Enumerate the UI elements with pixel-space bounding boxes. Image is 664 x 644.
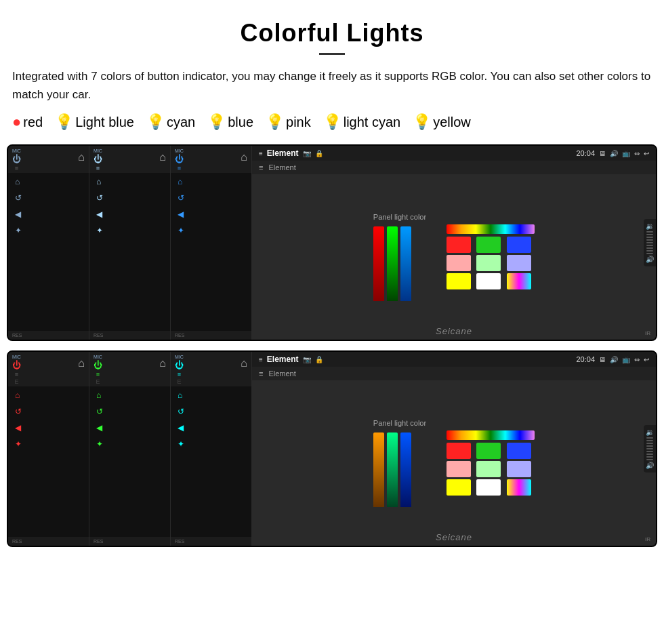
- swatch-multi-2: [507, 479, 531, 496]
- color-item-blue: 💡 blue: [207, 113, 253, 131]
- panel2-green-icons: ⌂ ↺ ◀ ✦: [89, 386, 170, 537]
- icon-house-2: ⌂: [96, 177, 101, 186]
- menu-icon-4: ≡: [15, 371, 18, 378]
- vol-tick-2: [646, 440, 653, 441]
- unit-row-1: MIC ⏻ ≡ ⌂ ⌂ ↺ ◀ ✦: [7, 144, 657, 341]
- panel-light-label-2: Panel light color: [373, 419, 426, 427]
- screenshots-section: MIC ⏻ ≡ ⌂ ⌂ ↺ ◀ ✦: [0, 144, 664, 547]
- panel-red-top: MIC ⏻ ≡ ⌂: [8, 146, 89, 173]
- swatch-yellow-2: [447, 479, 471, 496]
- res-label: RES: [12, 333, 22, 338]
- vol-up-icon-2: 🔊: [646, 462, 654, 469]
- panel-blue-bottom: RES: [171, 331, 251, 340]
- color-label-cyan: cyan: [167, 115, 195, 130]
- icon-row-home-4: ⌂: [15, 390, 20, 400]
- panel2-blue-icons: ⌂ ↺ ◀ ✦: [171, 386, 251, 537]
- mic-label: MIC: [12, 148, 21, 153]
- vol-tick: [646, 247, 653, 249]
- link-icon: ⇔: [634, 150, 640, 157]
- home-container-4: ⌂: [78, 355, 85, 385]
- power-icon: ⏻: [12, 154, 21, 164]
- color-label-red: red: [23, 115, 43, 130]
- vol-tick: [646, 239, 653, 241]
- res-label-4: RES: [12, 539, 22, 544]
- icon-row-bt-6: ✦: [178, 439, 184, 449]
- swatch-pink: [447, 255, 471, 271]
- subtitle-hamburger: ≡: [259, 163, 263, 172]
- swatch-red: [447, 237, 471, 253]
- panel2-blue: MIC ⏻ ≡ E ⌂ ⌂ ↺ ◀: [171, 352, 252, 546]
- panel2-red: MIC ⏻ ≡ E ⌂ ⌂ ↺ ◀: [8, 352, 89, 546]
- color-label-pink: pink: [286, 115, 311, 130]
- status-right-2: 20:04 🖥 🔊 📺 ⇔ ↩: [576, 355, 649, 363]
- vol-tick-2: [646, 459, 653, 460]
- panel2-blue-left: MIC ⏻ ≡ E: [175, 355, 184, 385]
- volume-icon: 🔊: [610, 150, 618, 157]
- color-label-blue: blue: [228, 115, 253, 130]
- icon-left-arrow: ◀: [15, 209, 21, 219]
- bar-green: [387, 226, 398, 301]
- panel-lightblue-bottom: RES: [89, 331, 170, 340]
- color-bars-section: Panel light color: [373, 213, 426, 301]
- volume-slider-1[interactable]: 🔉 🔊: [644, 219, 656, 266]
- volume-slider-2[interactable]: 🔉 🔊: [644, 425, 656, 472]
- panel-blue-icons: ⌂ ↺ ◀ ✦: [171, 173, 251, 331]
- panel-lightblue-top: MIC ⏻ ≡ ⌂: [89, 146, 170, 173]
- icon-left-3: ◀: [178, 209, 184, 219]
- home-icon-3: ⌂: [241, 151, 247, 170]
- vol-tick-2: [646, 454, 653, 455]
- color-swatches-section: [447, 224, 535, 289]
- icon-row-arrow-5: ↺: [96, 407, 103, 416]
- page-title: Colorful Lights: [0, 19, 664, 47]
- screen-icon: 🖥: [599, 150, 606, 157]
- swatch-blue-2: [507, 443, 531, 459]
- ir-label-2: IR: [645, 536, 650, 542]
- cyan-bulb-icon: 💡: [146, 113, 165, 131]
- swatch-green: [476, 237, 501, 253]
- swatch-lightblue: [507, 255, 531, 271]
- main-content-2: Panel light color: [252, 380, 656, 546]
- color-swatches-section-2: [447, 430, 535, 496]
- icon-left-6: ◀: [178, 423, 184, 432]
- icon-row-bt: ✦: [15, 226, 22, 235]
- icon-row-back: ◀: [15, 209, 21, 219]
- mic-label-6: MIC: [175, 355, 184, 359]
- panel2-blue-top: MIC ⏻ ≡ E ⌂: [171, 352, 251, 386]
- icon-row-home-6: ⌂: [178, 390, 182, 400]
- unit-row-2: MIC ⏻ ≡ E ⌂ ⌂ ↺ ◀: [7, 350, 657, 547]
- icon-row-back-2: ◀: [96, 209, 102, 219]
- mic-label-3: MIC: [175, 148, 184, 153]
- title-divider: [319, 53, 345, 55]
- yellow-bulb-icon: 💡: [413, 113, 431, 131]
- panel-red: MIC ⏻ ≡ ⌂ ⌂ ↺ ◀ ✦: [8, 146, 89, 340]
- power-icon-2: ⏻: [94, 154, 102, 164]
- home-container-3: ⌂: [241, 148, 247, 172]
- color-label-lightblue: Light blue: [75, 115, 134, 130]
- home-container-6: ⌂: [241, 355, 247, 385]
- power-icon-3: ⏻: [175, 154, 184, 164]
- lock-icon: 🔒: [315, 150, 323, 157]
- icon-row-back-6: ◀: [178, 423, 184, 432]
- color-item-pink: 💡 pink: [266, 113, 311, 131]
- lightcyan-bulb-icon: 💡: [323, 113, 341, 131]
- icon-house-5: ⌂: [96, 390, 101, 400]
- home-icon: ⌂: [78, 151, 85, 170]
- home-container-5: ⌂: [159, 355, 166, 385]
- bluetooth-icon-2: ✦: [96, 226, 103, 235]
- icon-row-arrow: ↺: [15, 193, 22, 203]
- home-container-2: ⌂: [159, 148, 166, 172]
- vol-tick: [646, 253, 653, 254]
- status-right-1: 20:04 🖥 🔊 📺 ⇔ ↩: [576, 149, 649, 157]
- panel2-red-icons: ⌂ ↺ ◀ ✦: [8, 386, 89, 537]
- icon-row-bt-5: ✦: [96, 439, 103, 449]
- e-label-1: E: [14, 378, 18, 385]
- vol-tick: [646, 231, 653, 233]
- vol-tick-2: [646, 456, 653, 458]
- vol-down-icon: 🔉: [646, 222, 654, 230]
- color-label-yellow: yellow: [433, 115, 471, 130]
- icon-row-back-3: ◀: [178, 209, 184, 219]
- panel2-red-left: MIC ⏻ ≡ E: [12, 355, 21, 385]
- panel-red-bottom: RES: [8, 331, 89, 340]
- home-icon-4: ⌂: [78, 357, 85, 384]
- icon-row-arrow-3: ↺: [178, 193, 184, 203]
